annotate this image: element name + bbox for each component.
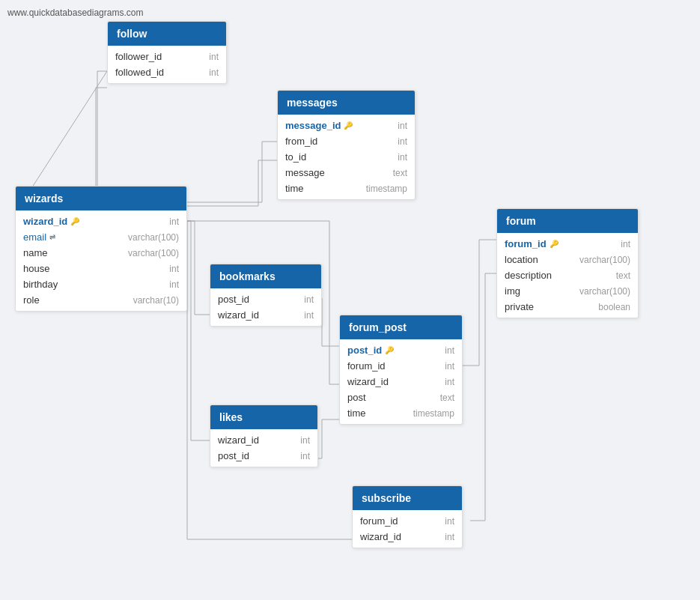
subscribe-table-body: forum_id int wizard_id int: [353, 510, 462, 548]
messages-table: messages message_id 🔑 int from_id int to…: [277, 90, 416, 200]
table-row: wizard_id int: [353, 529, 462, 545]
likes-table-header: likes: [210, 405, 317, 429]
field-type: int: [445, 377, 454, 387]
field-post_id: post_id: [218, 450, 249, 461]
field-meta: wizard_id 🔑: [23, 216, 79, 227]
table-row: post_id int: [210, 448, 317, 464]
field-post_id: post_id: [218, 294, 249, 305]
table-row: img varchar(100): [497, 283, 638, 299]
field-forum_id: forum_id: [347, 360, 386, 372]
field-type: text: [393, 168, 407, 178]
field-type: int: [209, 52, 219, 62]
table-row: house int: [16, 261, 186, 276]
field-private: private: [505, 301, 534, 312]
table-row: message text: [278, 165, 415, 181]
field-type: int: [445, 345, 454, 356]
table-row: forum_id int: [353, 513, 462, 529]
table-row: followed_id int: [108, 64, 226, 80]
field-from_id: from_id: [285, 136, 317, 147]
messages-table-header: messages: [278, 91, 415, 115]
table-row: from_id int: [278, 133, 415, 149]
bookmarks-table-header: bookmarks: [210, 264, 321, 288]
field-meta: message_id 🔑: [285, 120, 353, 131]
field-type: int: [398, 121, 407, 131]
field-location: location: [505, 254, 538, 265]
pk-icon: 🔑: [385, 346, 394, 354]
field-type: timestamp: [366, 184, 407, 194]
svg-line-0: [22, 71, 107, 202]
table-row: post text: [340, 390, 462, 405]
field-type: int: [209, 67, 219, 78]
field-type: int: [398, 136, 407, 147]
field-type: int: [445, 516, 454, 527]
field-type: int: [304, 294, 314, 305]
field-type: int: [169, 279, 179, 290]
site-url: www.quickdatabasediagrams.com: [7, 7, 143, 18]
bookmarks-table-body: post_id int wizard_id int: [210, 288, 321, 326]
field-type: int: [169, 216, 179, 227]
forum-table-header: forum: [497, 209, 638, 233]
wizards-table-header: wizards: [16, 187, 186, 210]
field-house: house: [23, 263, 49, 274]
forum-table: forum forum_id 🔑 int location varchar(10…: [496, 208, 639, 318]
follow-table-header: follow: [108, 22, 226, 46]
field-time: time: [285, 183, 304, 194]
subscribe-table: subscribe forum_id int wizard_id int: [352, 485, 463, 548]
field-type: text: [616, 270, 630, 281]
follow-table-body: follower_id int followed_id int: [108, 46, 226, 83]
table-row: role varchar(10): [16, 292, 186, 308]
pk-icon: 🔑: [70, 217, 79, 225]
field-follower_id: follower_id: [115, 51, 162, 62]
field-to_id: to_id: [285, 151, 306, 163]
table-row: wizard_id int: [210, 307, 321, 323]
field-type: boolean: [598, 302, 630, 312]
table-row: email ⇌ varchar(100): [16, 229, 186, 245]
field-post: post: [347, 392, 366, 403]
fk-icon: ⇌: [49, 233, 55, 241]
field-type: text: [440, 393, 454, 403]
table-row: birthday int: [16, 276, 186, 292]
field-message: message: [285, 167, 325, 178]
table-row: private boolean: [497, 299, 638, 315]
field-type: int: [398, 152, 407, 163]
likes-table-body: wizard_id int post_id int: [210, 429, 317, 467]
forum_post-table: forum_post post_id 🔑 int forum_id int wi…: [339, 315, 463, 425]
table-row: wizard_id 🔑 int: [16, 213, 186, 229]
field-type: int: [445, 361, 454, 372]
table-row: post_id 🔑 int: [340, 342, 462, 358]
table-row: to_id int: [278, 149, 415, 165]
wizards-table: wizards wizard_id 🔑 int email ⇌ varchar(…: [15, 186, 187, 312]
field-type: varchar(100): [579, 255, 630, 265]
field-post_id: post_id: [347, 345, 382, 356]
field-email: email: [23, 231, 46, 243]
table-row: wizard_id int: [340, 374, 462, 390]
table-row: time timestamp: [340, 405, 462, 421]
messages-table-body: message_id 🔑 int from_id int to_id int m…: [278, 115, 415, 199]
field-followed_id: followed_id: [115, 67, 164, 78]
field-description: description: [505, 270, 552, 281]
bookmarks-table: bookmarks post_id int wizard_id int: [210, 264, 322, 327]
likes-table: likes wizard_id int post_id int: [210, 404, 318, 467]
subscribe-table-header: subscribe: [353, 486, 462, 510]
field-birthday: birthday: [23, 279, 58, 290]
field-forum_id: forum_id: [505, 238, 547, 249]
field-type: int: [169, 264, 179, 274]
field-type: int: [300, 451, 310, 461]
table-row: message_id 🔑 int: [278, 118, 415, 133]
pk-icon: 🔑: [550, 240, 559, 248]
field-type: varchar(10): [133, 295, 179, 306]
table-row: name varchar(100): [16, 245, 186, 261]
table-row: location varchar(100): [497, 252, 638, 267]
field-meta: post_id 🔑: [347, 345, 394, 356]
table-row: forum_id 🔑 int: [497, 236, 638, 252]
field-wizard_id: wizard_id: [360, 531, 401, 542]
field-type: int: [304, 310, 314, 321]
table-row: time timestamp: [278, 181, 415, 196]
wizards-table-body: wizard_id 🔑 int email ⇌ varchar(100) nam…: [16, 210, 186, 311]
field-time: time: [347, 407, 366, 419]
field-type: int: [445, 532, 454, 542]
field-img: img: [505, 285, 520, 297]
field-meta: forum_id 🔑: [505, 238, 559, 249]
field-type: timestamp: [413, 408, 454, 419]
field-type: int: [621, 239, 630, 249]
